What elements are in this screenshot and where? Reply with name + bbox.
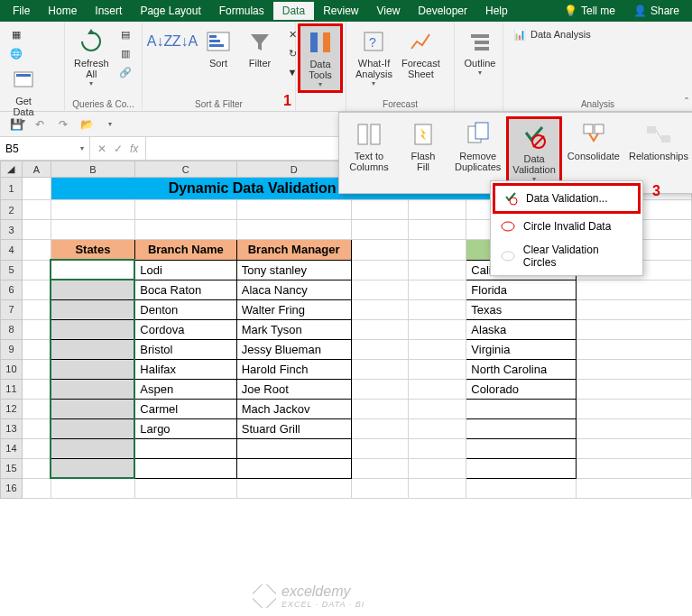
- consolidate-button[interactable]: Consolidate: [564, 116, 623, 189]
- tab-home[interactable]: Home: [39, 2, 86, 20]
- tellme[interactable]: 💡 Tell me: [555, 2, 624, 20]
- cell-G7[interactable]: Texas: [466, 299, 577, 319]
- cell-G9[interactable]: Virginia: [466, 339, 577, 359]
- data-validation-button[interactable]: Data Validation ▾: [506, 116, 562, 189]
- qat-customize[interactable]: ▾: [101, 115, 119, 133]
- cell-B7[interactable]: [51, 299, 134, 319]
- tab-file[interactable]: File: [4, 2, 39, 20]
- cell-D5[interactable]: Tony stanley: [236, 260, 351, 280]
- col-D[interactable]: D: [236, 161, 351, 178]
- btn-from-source-2[interactable]: 🌐: [5, 44, 42, 62]
- cell-C13[interactable]: Largo: [134, 418, 236, 438]
- row-1[interactable]: 1: [1, 178, 23, 200]
- menu-circle-invalid[interactable]: Circle Invalid Data: [493, 214, 641, 239]
- row-5[interactable]: 5: [1, 260, 23, 280]
- cell-C8[interactable]: Cordova: [134, 319, 236, 339]
- cell-C6[interactable]: Boca Raton: [134, 280, 236, 299]
- row-15[interactable]: 15: [1, 458, 23, 478]
- tab-formulas[interactable]: Formulas: [210, 2, 273, 20]
- data-analysis-button[interactable]: 📊 Data Analysis: [509, 25, 595, 43]
- cell-D7[interactable]: Walter Fring: [236, 299, 351, 319]
- menu-data-validation[interactable]: Data Validation...: [493, 183, 641, 214]
- btn-queries-2[interactable]: ▥: [115, 44, 136, 62]
- hdr-states[interactable]: States: [51, 240, 134, 261]
- cell-C5[interactable]: Lodi: [134, 260, 236, 280]
- name-box[interactable]: B5 ▾: [0, 137, 90, 160]
- col-B[interactable]: B: [51, 161, 134, 178]
- cell-D6[interactable]: Alaca Nancy: [236, 280, 351, 299]
- cell-C14[interactable]: [134, 438, 236, 458]
- filter-button[interactable]: Filter: [240, 25, 280, 70]
- share-button[interactable]: 👤 Share: [624, 2, 688, 20]
- row-7[interactable]: 7: [1, 299, 23, 319]
- cell-D15[interactable]: [236, 458, 351, 478]
- tab-help[interactable]: Help: [476, 2, 517, 20]
- cell-D13[interactable]: Stuard Grill: [236, 418, 351, 438]
- cell-D11[interactable]: Joe Root: [236, 379, 351, 399]
- col-C[interactable]: C: [134, 161, 236, 178]
- row-11[interactable]: 11: [1, 379, 23, 399]
- cell-B12[interactable]: [51, 399, 134, 418]
- cell-C11[interactable]: Aspen: [134, 379, 236, 399]
- menu-clear-circles[interactable]: Clear Validation Circles: [493, 239, 641, 273]
- cell-G11[interactable]: Colorado: [466, 379, 577, 399]
- cell-B13[interactable]: [51, 418, 134, 438]
- flash-fill-button[interactable]: Flash Fill: [397, 116, 449, 189]
- row-13[interactable]: 13: [1, 418, 23, 438]
- cell-C10[interactable]: Halifax: [134, 359, 236, 379]
- row-8[interactable]: 8: [1, 319, 23, 339]
- cell-D16[interactable]: [236, 478, 351, 498]
- btn-queries-3[interactable]: 🔗: [115, 63, 136, 81]
- cell-G14[interactable]: [466, 438, 577, 458]
- cell-B10[interactable]: [51, 359, 134, 379]
- refresh-all-button[interactable]: Refresh All ▾: [70, 25, 113, 89]
- cell-C12[interactable]: Carmel: [134, 399, 236, 418]
- cell-G12[interactable]: [466, 399, 577, 418]
- cell-D10[interactable]: Harold Finch: [236, 359, 351, 379]
- cell-D9[interactable]: Jessy Blueman: [236, 339, 351, 359]
- row-6[interactable]: 6: [1, 280, 23, 299]
- cell-G8[interactable]: Alaska: [466, 319, 577, 339]
- tab-review[interactable]: Review: [314, 2, 367, 20]
- cell-B6[interactable]: [51, 280, 134, 299]
- cell-C7[interactable]: Denton: [134, 299, 236, 319]
- whatif-button[interactable]: ? What-If Analysis ▾: [352, 25, 396, 89]
- col-A[interactable]: A: [22, 161, 51, 178]
- cell-D14[interactable]: [236, 438, 351, 458]
- row-3[interactable]: 3: [1, 220, 23, 240]
- collapse-ribbon-button[interactable]: ˆ: [685, 97, 688, 109]
- tab-developer[interactable]: Developer: [409, 2, 476, 20]
- open-button[interactable]: 📂: [78, 115, 96, 133]
- cell-G6[interactable]: Florida: [466, 280, 577, 299]
- tab-view[interactable]: View: [368, 2, 410, 20]
- cell-G16[interactable]: [466, 478, 577, 498]
- cell-B9[interactable]: [51, 339, 134, 359]
- cell-G10[interactable]: North Carolina: [466, 359, 577, 379]
- cell-B8[interactable]: [51, 319, 134, 339]
- btn-queries-1[interactable]: ▤: [115, 25, 136, 43]
- cell-C15[interactable]: [134, 458, 236, 478]
- hdr-branch[interactable]: Branch Name: [134, 240, 236, 261]
- cell-B5[interactable]: [51, 260, 134, 280]
- remove-duplicates-button[interactable]: Remove Duplicates: [451, 116, 504, 189]
- outline-button[interactable]: Outline ▾: [460, 25, 500, 78]
- enter-icon[interactable]: ✓: [114, 143, 123, 155]
- cell-C9[interactable]: Bristol: [134, 339, 236, 359]
- sort-desc-button[interactable]: Z↓A: [173, 25, 197, 60]
- data-tools-button[interactable]: Data Tools ▾: [298, 23, 343, 93]
- select-all-cell[interactable]: ◢: [1, 161, 23, 178]
- fx-icon[interactable]: fx: [130, 143, 138, 155]
- tab-insert[interactable]: Insert: [86, 2, 131, 20]
- btn-from-source-1[interactable]: ▦: [5, 25, 42, 43]
- text-to-columns-button[interactable]: Text to Columns: [343, 116, 395, 189]
- forecast-sheet-button[interactable]: Forecast Sheet: [398, 25, 444, 81]
- cell-D8[interactable]: Mark Tyson: [236, 319, 351, 339]
- cell-B15[interactable]: [51, 458, 134, 478]
- cell-G15[interactable]: [466, 458, 577, 478]
- relationships-button[interactable]: Relationships: [625, 116, 692, 189]
- sort-asc-button[interactable]: A↓Z: [148, 25, 171, 60]
- sort-button[interactable]: Sort: [198, 25, 238, 70]
- row-9[interactable]: 9: [1, 339, 23, 359]
- cancel-icon[interactable]: ✕: [97, 143, 106, 155]
- row-2[interactable]: 2: [1, 200, 23, 220]
